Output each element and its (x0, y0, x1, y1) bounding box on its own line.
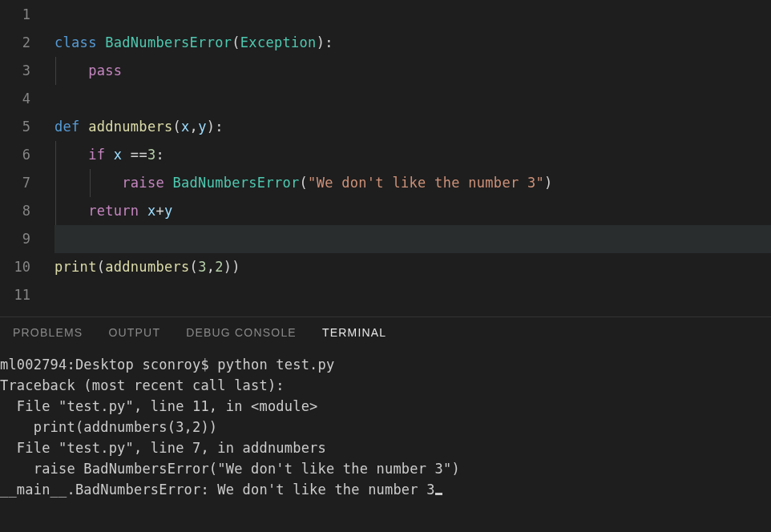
terminal-line: __main__.BadNumbersError: We don't like … (0, 479, 771, 500)
terminal-line: ml002794:Desktop sconroy$ python test.py (0, 354, 771, 375)
code-line[interactable]: pass (54, 57, 771, 85)
line-number-gutter: 1 2 3 4 5 6 7 8 9 10 11 (0, 0, 32, 316)
terminal-line: print(addnumbers(3,2)) (0, 417, 771, 437)
terminal-line: File "test.py", line 7, in addnumbers (0, 437, 771, 458)
tab-terminal[interactable]: TERMINAL (309, 326, 399, 339)
code-line[interactable]: if x ==3: (54, 141, 771, 169)
line-number: 9 (0, 225, 32, 253)
code-line[interactable]: def addnumbers(x,y): (54, 113, 771, 141)
bottom-panel: PROBLEMS OUTPUT DEBUG CONSOLE TERMINAL m… (0, 316, 771, 532)
line-number: 6 (0, 141, 32, 169)
panel-tabs: PROBLEMS OUTPUT DEBUG CONSOLE TERMINAL (0, 317, 771, 348)
code-line[interactable] (54, 225, 771, 253)
terminal-cursor (435, 493, 442, 495)
line-number: 3 (0, 57, 32, 85)
line-number: 5 (0, 113, 32, 141)
code-line[interactable]: raise BadNumbersError("We don't like the… (54, 169, 771, 197)
code-line[interactable]: print(addnumbers(3,2)) (54, 253, 771, 281)
code-content[interactable]: class BadNumbersError(Exception): pass d… (32, 0, 771, 316)
terminal-line: Traceback (most recent call last): (0, 375, 771, 396)
tab-problems[interactable]: PROBLEMS (0, 326, 95, 339)
line-number: 4 (0, 85, 32, 113)
terminal-output[interactable]: ml002794:Desktop sconroy$ python test.py… (0, 348, 771, 500)
code-line[interactable]: return x+y (54, 197, 771, 225)
line-number: 7 (0, 169, 32, 197)
terminal-line: File "test.py", line 11, in <module> (0, 396, 771, 417)
terminal-line: raise BadNumbersError("We don't like the… (0, 458, 771, 479)
line-number: 8 (0, 197, 32, 225)
code-line[interactable] (54, 85, 771, 113)
line-number: 11 (0, 281, 32, 309)
code-line[interactable] (54, 1, 771, 29)
editor-area[interactable]: 1 2 3 4 5 6 7 8 9 10 11 class BadNumbers… (0, 0, 771, 316)
code-line[interactable]: class BadNumbersError(Exception): (54, 29, 771, 57)
tab-debug-console[interactable]: DEBUG CONSOLE (173, 326, 309, 339)
line-number: 1 (0, 1, 32, 29)
line-number: 10 (0, 253, 32, 281)
line-number: 2 (0, 29, 32, 57)
code-line[interactable] (54, 281, 771, 309)
tab-output[interactable]: OUTPUT (95, 326, 173, 339)
